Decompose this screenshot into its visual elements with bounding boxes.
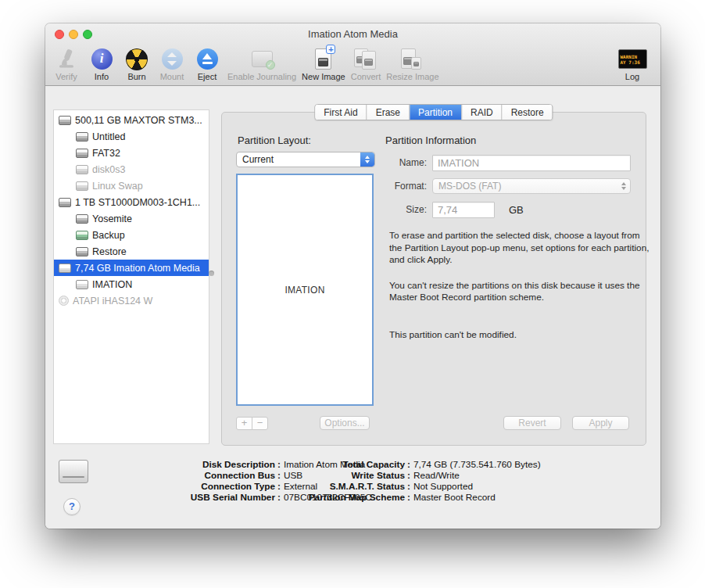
tab-raid[interactable]: RAID (461, 105, 502, 120)
detail-label: USB Serial Number (94, 492, 275, 503)
convert-pages-icon (353, 47, 378, 71)
sidebar-item[interactable]: disk0s3 (54, 161, 209, 177)
sidebar-item[interactable]: Linux Swap (54, 177, 209, 194)
external-volume-icon (76, 280, 88, 289)
partition-map[interactable]: IMATION (236, 174, 374, 406)
sidebar-item[interactable]: IMATION (54, 276, 209, 292)
sidebar-item[interactable]: Backup (54, 227, 209, 243)
detail-value: Read/Write (413, 470, 460, 481)
toolbar-button-burn[interactable]: Burn (122, 47, 152, 81)
detail-row: S.M.A.R.T. Status:Not Supported (281, 481, 541, 492)
burn-disc-icon (126, 47, 148, 71)
sidebar-item-label: Linux Swap (92, 181, 143, 192)
partition-information-title: Partition Information (385, 134, 476, 146)
volume-icon (76, 181, 88, 191)
toolbar: VerifyiInfoBurnMountEject✓Enable Journal… (45, 45, 660, 86)
toolbar-button-enable-journaling[interactable]: ✓Enable Journaling (227, 47, 296, 81)
title-bar: Imation Atom Media (45, 23, 660, 45)
sidebar-item-label: Yosemite (92, 213, 132, 224)
external-disk-icon (59, 264, 71, 273)
size-label: Size: (372, 204, 427, 215)
help-button[interactable]: ? (63, 498, 81, 515)
detail-label: Write Status (281, 470, 405, 481)
detail-separator: : (405, 470, 413, 481)
internal-disk-icon (59, 116, 71, 125)
splitter-handle[interactable] (209, 271, 214, 276)
resize-pages-icon (400, 47, 424, 71)
detail-value: Not Supported (413, 481, 473, 492)
sidebar-item-label: FAT32 (92, 148, 120, 159)
tab-first-aid[interactable]: First Aid (315, 105, 366, 120)
options-button[interactable]: Options... (320, 416, 370, 430)
sidebar-item[interactable]: 7,74 GB Imation Atom Media (54, 260, 209, 276)
toolbar-button-convert[interactable]: Convert (351, 47, 381, 81)
sidebar-item[interactable]: 500,11 GB MAXTOR STM3... (54, 112, 209, 128)
tab-partition[interactable]: Partition (409, 105, 461, 120)
size-field[interactable] (432, 202, 495, 218)
apply-button[interactable]: Apply (572, 416, 629, 430)
sidebar-item[interactable]: Restore (54, 243, 209, 260)
toolbar-button-info[interactable]: iInfo (87, 47, 116, 81)
internal-disk-icon (59, 198, 71, 207)
volume-icon (76, 149, 88, 158)
toolbar-label: Verify (55, 72, 77, 81)
help-paragraph: This partition can't be modified. (389, 329, 652, 342)
sidebar-item-label: 1 TB ST1000DM003-1CH1... (75, 197, 200, 208)
volume-icon (76, 165, 88, 174)
partition-map-label: IMATION (285, 285, 324, 296)
tab-restore[interactable]: Restore (502, 105, 553, 120)
sidebar-item-label: disk0s3 (92, 164, 125, 175)
toolbar-button-verify[interactable]: Verify (52, 47, 81, 81)
sidebar-item[interactable]: Yosemite (54, 210, 209, 227)
device-list: 500,11 GB MAXTOR STM3...UntitledFAT32dis… (53, 109, 209, 444)
sidebar-item[interactable]: Untitled (54, 128, 209, 145)
toolbar-label: Log (625, 72, 639, 81)
revert-button[interactable]: Revert (503, 416, 561, 430)
add-partition-button[interactable]: + (236, 417, 252, 430)
partition-pane: Partition Layout: Partition Information … (221, 112, 646, 446)
disk-details-right: Total Capacity:7,74 GB (7.735.541.760 By… (281, 459, 541, 503)
detail-row: Write Status:Read/Write (281, 470, 541, 481)
backup-volume-icon (76, 231, 88, 240)
volume-icon (76, 247, 88, 256)
volume-icon (76, 132, 88, 142)
detail-label: Partition Map Scheme (281, 492, 405, 503)
name-field[interactable] (432, 155, 631, 171)
help-paragraph: You can't resize the partitions on this … (389, 280, 652, 304)
toolbar-button-mount[interactable]: Mount (157, 47, 187, 81)
remove-partition-button[interactable]: − (252, 417, 268, 430)
toolbar-button-eject[interactable]: Eject (192, 47, 222, 81)
window-title: Imation Atom Media (45, 28, 660, 40)
tab-erase[interactable]: Erase (367, 105, 409, 120)
sidebar-item[interactable]: FAT32 (54, 145, 209, 161)
tab-bar: First AidErasePartitionRAIDRestore (314, 104, 553, 120)
sidebar-item-label: Restore (92, 246, 127, 257)
microscope-icon (55, 47, 77, 71)
info-circle-icon: i (91, 47, 113, 71)
detail-label: Total Capacity (281, 459, 405, 470)
disk-utility-window: Imation Atom Media VerifyiInfoBurnMountE… (45, 23, 660, 529)
toolbar-button-new-image[interactable]: +New Image (302, 47, 345, 81)
toolbar-label: New Image (302, 72, 345, 81)
partition-help-text: To erase and partition the selected disk… (389, 230, 652, 354)
format-popup[interactable]: MS-DOS (FAT) (432, 178, 631, 194)
detail-separator: : (405, 481, 413, 492)
sidebar-item[interactable]: 1 TB ST1000DM003-1CH1... (54, 194, 209, 210)
new-image-icon: + (315, 47, 331, 71)
sidebar-item-label: Untitled (92, 131, 125, 142)
toolbar-label: Info (95, 72, 109, 81)
mount-circle-icon (162, 47, 183, 71)
sidebar-item[interactable]: ATAPI iHAS124 W (54, 292, 209, 309)
disk-icon (59, 460, 88, 483)
toolbar-button-resize-image[interactable]: Resize Image (386, 47, 438, 81)
content-area: 500,11 GB MAXTOR STM3...UntitledFAT32dis… (45, 87, 660, 529)
partition-layout-value: Current (242, 154, 274, 165)
volume-icon (76, 214, 88, 224)
partition-layout-title: Partition Layout: (238, 134, 311, 146)
partition-layout-popup[interactable]: Current (236, 152, 375, 167)
format-value: MS-DOS (FAT) (438, 181, 501, 192)
toolbar-button-log[interactable]: WARNINAY 7:36 Log (617, 47, 647, 81)
detail-row: Total Capacity:7,74 GB (7.735.541.760 By… (281, 459, 541, 470)
detail-label: Connection Bus (94, 470, 275, 481)
detail-separator: : (405, 492, 413, 503)
